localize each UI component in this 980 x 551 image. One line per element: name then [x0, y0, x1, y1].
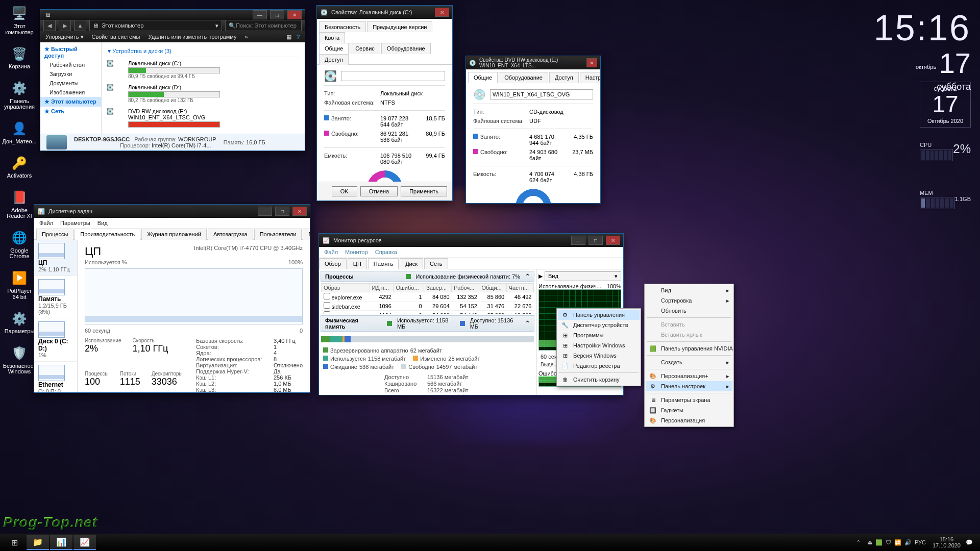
back-button[interactable]: ◀: [43, 20, 56, 31]
tray-icon[interactable]: 🔁: [894, 539, 901, 545]
up-button[interactable]: ▲: [74, 20, 86, 31]
perf-tile[interactable]: Память1,2/15,9 ГБ (8%): [34, 276, 77, 318]
tab[interactable]: Журнал приложений: [141, 229, 207, 240]
address-bar[interactable]: 🖥 Этот компьютер▾: [89, 20, 222, 31]
titlebar[interactable]: 💽Свойства: Локальный диск (C:)✕: [317, 6, 452, 19]
tab[interactable]: ЦП: [348, 258, 367, 269]
view-icon[interactable]: ▦: [286, 34, 291, 40]
context-item[interactable]: 🔧Диспетчер устройств: [558, 320, 640, 330]
menu-item[interactable]: Файл: [39, 220, 53, 226]
desktop-icon[interactable]: 📕Adobe Reader XI: [4, 188, 35, 219]
menu-item[interactable]: Монитор: [345, 249, 368, 255]
titlebar[interactable]: 💿Свойства: DVD RW дисковод (E:) WIN10_EN…: [466, 56, 600, 69]
context-item[interactable]: 🖥Параметры экрана: [646, 395, 732, 405]
nav-item[interactable]: Документы: [40, 79, 101, 88]
taskbar-explorer[interactable]: 📁: [27, 535, 49, 550]
close-button[interactable]: ✕: [435, 8, 449, 17]
context-item[interactable]: Создать▸: [646, 357, 732, 367]
context-item[interactable]: 🗑Очистить корзину: [558, 374, 640, 385]
context-item[interactable]: Обновить: [646, 306, 732, 316]
tab[interactable]: Диск: [400, 258, 423, 269]
perf-tile[interactable]: Диск 0 (C: D:)1%: [34, 318, 77, 362]
nav-item[interactable]: ★ Быстрый доступ: [40, 44, 101, 60]
close-button[interactable]: ✕: [292, 207, 307, 216]
tab[interactable]: Общие: [468, 72, 498, 83]
desktop-icon[interactable]: ▶️PotPlayer 64 bit: [4, 269, 35, 300]
search-input[interactable]: 🔍 Поиск: Этот компьютер: [225, 20, 302, 31]
maximize-button[interactable]: □: [270, 10, 284, 19]
context-item[interactable]: Вид▸: [646, 285, 732, 295]
desktop-icon[interactable]: 🛡️Безопасност Windows: [4, 344, 35, 375]
titlebar[interactable]: 🖥 — □ ✕: [40, 10, 305, 20]
menu-item[interactable]: Файл: [324, 249, 338, 255]
notifications-icon[interactable]: 💬: [966, 539, 973, 546]
perf-tile[interactable]: EthernetО: 0 П: 0 кбит/с: [34, 362, 77, 392]
desktop-icon[interactable]: 🔑Activators: [4, 154, 35, 179]
desktop-icon[interactable]: 🖥️Этот компьютер: [4, 4, 35, 35]
tab[interactable]: Общие: [319, 43, 349, 54]
tab[interactable]: Предыдущие версии: [367, 21, 432, 32]
maximize-button[interactable]: □: [275, 207, 289, 216]
col-header[interactable]: Частн...: [506, 284, 533, 292]
drive-item[interactable]: 💽Локальный диск (C:)80,9 ГБ свободно из …: [107, 60, 224, 79]
volume-name-field[interactable]: [341, 71, 445, 81]
tray-icon[interactable]: 🟩: [875, 539, 883, 545]
nav-item[interactable]: Рабочий стол: [40, 60, 101, 69]
desktop-icon[interactable]: ⚙️Параметры: [4, 309, 35, 335]
desktop-icon[interactable]: 🗑️Корзина: [4, 44, 35, 70]
col-header[interactable]: Образ: [322, 284, 370, 292]
nav-item[interactable]: ★ Сеть: [40, 107, 101, 116]
nav-item[interactable]: ★ Этот компьютер: [40, 97, 101, 107]
tab[interactable]: Сеть: [424, 258, 448, 269]
close-button[interactable]: ✕: [586, 58, 597, 67]
tab[interactable]: Обзор: [319, 258, 347, 269]
tab[interactable]: Память: [368, 258, 399, 269]
tray-icon[interactable]: ⏏: [867, 539, 872, 545]
menu-item[interactable]: Параметры: [60, 220, 90, 226]
table-row[interactable]: sidebar.exe1096029 60454 15231 47622 676: [322, 302, 534, 311]
close-button[interactable]: ✕: [606, 236, 620, 245]
expand-icon[interactable]: ▶: [538, 273, 543, 280]
command-item[interactable]: Свойства системы: [92, 34, 140, 40]
perf-tile[interactable]: ЦП2% 1,10 ГГц: [34, 240, 77, 276]
table-row[interactable]: explorer.exe4292184 080132 35285 86046 4…: [322, 292, 534, 302]
tray-icon[interactable]: РУС: [915, 539, 926, 545]
row-checkbox[interactable]: [324, 293, 330, 299]
collapse-icon[interactable]: ⌃: [525, 320, 530, 327]
tab[interactable]: Оборудование: [381, 43, 431, 54]
desktop-icon[interactable]: 🌐Google Chrome: [4, 229, 35, 260]
menu-bar[interactable]: ФайлМониторСправка: [319, 247, 623, 258]
minimize-button[interactable]: —: [253, 10, 267, 19]
context-item[interactable]: ⚙Панель управления: [558, 310, 640, 320]
system-tray[interactable]: ⌃ ⏏🟩🛡🔁🔊РУС 15:1617.10.2020 💬: [856, 536, 977, 548]
tray-chevron-icon[interactable]: ⌃: [856, 539, 861, 546]
menu-bar[interactable]: ФайлПараметрыВид: [34, 218, 310, 228]
tab[interactable]: Сервис: [350, 43, 380, 54]
tab[interactable]: Безопасность: [319, 21, 366, 32]
col-header[interactable]: Завер...: [424, 284, 452, 292]
table-row[interactable]: dwm.exe1104054 80854 44035 86018 580: [322, 311, 534, 314]
taskbar-resmon[interactable]: 📈: [74, 535, 96, 550]
view-dropdown[interactable]: Вид▾: [545, 271, 621, 281]
titlebar[interactable]: 📈Монитор ресурсов—□✕: [319, 234, 623, 247]
desktop-icon[interactable]: ⚙️Панель управления: [4, 79, 35, 110]
memory-section-header[interactable]: Физическая памятьИспользуется: 1158 МБДо…: [321, 315, 534, 332]
tab[interactable]: Доступ: [319, 54, 349, 65]
context-item[interactable]: ⚙Панель настроек▸: [646, 381, 732, 391]
tray-icon[interactable]: 🔊: [904, 539, 912, 545]
menu-item[interactable]: Вид: [97, 220, 108, 226]
menu-item[interactable]: Справка: [375, 249, 397, 255]
col-header[interactable]: Рабоч...: [452, 284, 479, 292]
drive-item[interactable]: 💽DVD RW дисковод (E:)WIN10_ENT_X64_LTSC_…: [107, 108, 224, 128]
context-item[interactable]: Сортировка▸: [646, 295, 732, 306]
context-item[interactable]: ⊞Настройки Windows: [558, 340, 640, 350]
tab[interactable]: Автозагрузка: [208, 229, 253, 240]
col-header[interactable]: Ошибо...: [394, 284, 424, 292]
col-header[interactable]: Общи...: [479, 284, 506, 292]
dialog-button[interactable]: Отмена: [360, 186, 398, 196]
context-item[interactable]: ⊞Программы: [558, 330, 640, 340]
command-item[interactable]: »: [244, 34, 248, 40]
context-item[interactable]: 📄Редактор реестра: [558, 361, 640, 371]
context-item[interactable]: 🟩Панель управления NVIDIA: [646, 343, 732, 354]
col-header[interactable]: ИД п...: [370, 284, 394, 292]
